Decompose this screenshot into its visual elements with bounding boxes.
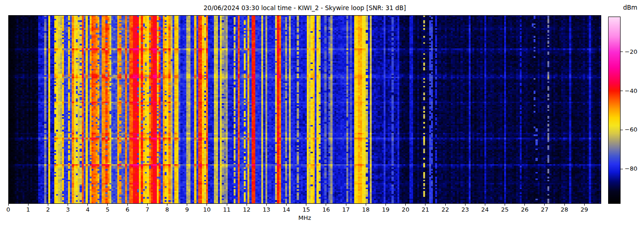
- x-tick-label: 29: [575, 206, 593, 213]
- x-tick-label: 17: [337, 206, 355, 213]
- x-tick-label: 9: [178, 206, 196, 213]
- x-tick-label: 21: [416, 206, 435, 213]
- colorbar-tick: [621, 169, 623, 169]
- colorbar-gradient-canvas: [609, 17, 620, 203]
- x-tick: [346, 204, 346, 206]
- x-tick: [326, 204, 326, 206]
- x-tick: [147, 204, 148, 206]
- x-tick: [266, 204, 267, 206]
- x-tick: [167, 204, 167, 206]
- x-tick: [68, 204, 68, 206]
- x-axis-label: MHz: [8, 214, 601, 221]
- x-tick-label: 19: [376, 206, 395, 213]
- colorbar-tick-label: −40: [625, 87, 643, 95]
- x-tick: [405, 204, 406, 206]
- x-tick: [306, 204, 306, 206]
- colorbar-tick: [621, 130, 623, 130]
- x-tick: [385, 204, 386, 206]
- colorbar-label: dBm: [618, 4, 642, 11]
- x-tick-label: 7: [138, 206, 156, 213]
- x-tick: [107, 204, 108, 206]
- colorbar-tick-label: −60: [625, 126, 643, 133]
- x-tick-label: 2: [39, 206, 57, 213]
- x-tick: [286, 204, 287, 206]
- x-tick-label: 16: [317, 206, 335, 213]
- spectrogram-plot: [8, 15, 601, 204]
- x-tick-label: 5: [98, 206, 117, 213]
- x-tick-label: 24: [476, 206, 494, 213]
- x-tick-label: 18: [356, 206, 375, 213]
- x-tick-label: 4: [79, 206, 97, 213]
- x-tick-label: 8: [158, 206, 176, 213]
- colorbar-tick: [621, 91, 623, 91]
- colorbar-tick-label: −80: [625, 165, 643, 172]
- x-tick-label: 1: [19, 206, 37, 213]
- x-tick-label: 25: [496, 206, 514, 213]
- x-tick: [505, 204, 505, 206]
- colorbar: [608, 17, 621, 204]
- x-tick: [28, 204, 29, 206]
- x-tick-label: 3: [59, 206, 77, 213]
- x-tick: [524, 204, 525, 206]
- x-tick-label: 20: [397, 206, 415, 213]
- x-tick: [127, 204, 128, 206]
- x-tick: [187, 204, 187, 206]
- x-tick-label: 28: [555, 206, 574, 213]
- x-tick: [544, 204, 545, 206]
- x-tick: [8, 204, 9, 206]
- x-tick: [485, 204, 485, 206]
- x-tick-label: 14: [277, 206, 296, 213]
- x-tick: [227, 204, 227, 206]
- colorbar-tick: [621, 52, 623, 52]
- x-tick-label: 11: [218, 206, 236, 213]
- spectrogram-figure: 20/06/2024 03:30 local time - KIWI_2 - S…: [0, 0, 644, 230]
- chart-title: 20/06/2024 03:30 local time - KIWI_2 - S…: [8, 4, 601, 12]
- x-tick-label: 6: [118, 206, 137, 213]
- x-tick-label: 23: [456, 206, 474, 213]
- x-tick: [564, 204, 565, 206]
- x-tick-label: 15: [297, 206, 316, 213]
- x-tick: [207, 204, 207, 206]
- x-tick: [425, 204, 426, 206]
- x-tick: [445, 204, 446, 206]
- x-tick-label: 13: [257, 206, 276, 213]
- x-tick: [48, 204, 48, 206]
- colorbar-tick-label: −20: [625, 48, 643, 56]
- x-tick: [465, 204, 466, 206]
- x-tick-label: 22: [436, 206, 454, 213]
- x-tick: [584, 204, 585, 206]
- x-tick: [366, 204, 366, 206]
- x-tick-label: 0: [0, 206, 17, 213]
- x-tick-label: 12: [237, 206, 256, 213]
- x-tick: [87, 204, 88, 206]
- x-tick-label: 26: [516, 206, 534, 213]
- x-tick: [247, 204, 247, 206]
- x-tick-label: 27: [535, 206, 554, 213]
- x-tick-label: 10: [198, 206, 216, 213]
- spectrogram-canvas: [9, 16, 601, 203]
